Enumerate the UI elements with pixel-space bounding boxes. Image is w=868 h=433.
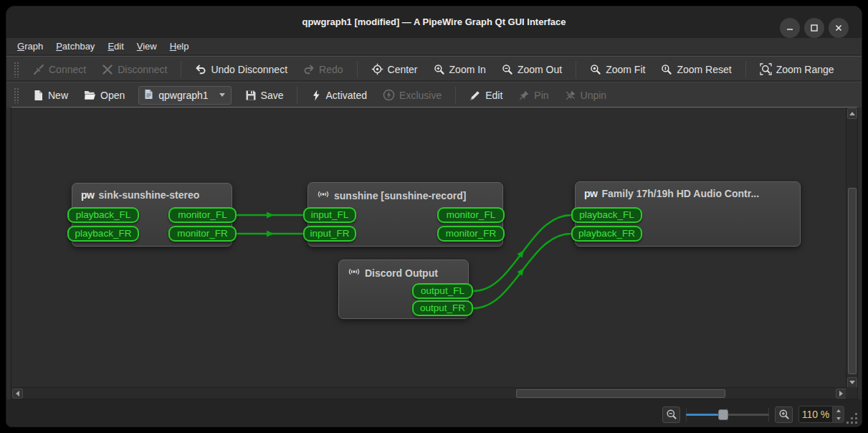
- port-input-fl[interactable]: input_FL: [303, 207, 356, 223]
- pipewire-icon: pw: [81, 189, 94, 201]
- toolbar-drag-handle[interactable]: [14, 87, 19, 103]
- zoom-slider-handle[interactable]: [718, 409, 728, 420]
- zoom-out-button[interactable]: Zoom Out: [495, 60, 568, 79]
- zoom-range-button[interactable]: Zoom Range: [753, 60, 841, 79]
- graph-toolbar: Connect Disconnect Undo Disconnect Redo …: [6, 56, 862, 82]
- zoom-reset-button[interactable]: Zoom Reset: [654, 60, 738, 79]
- zoom-out-icon: [502, 64, 513, 75]
- toolbar-separator: [297, 87, 297, 104]
- vertical-scrollbar-handle[interactable]: [848, 188, 857, 374]
- save-button[interactable]: Save: [239, 86, 290, 105]
- edit-button[interactable]: Edit: [463, 86, 509, 105]
- scroll-left-button[interactable]: [12, 389, 23, 399]
- connection-wires: [11, 108, 847, 389]
- zoom-range-icon: [760, 63, 772, 75]
- port-input-fr[interactable]: input_FR: [303, 226, 356, 242]
- spin-up-button[interactable]: [833, 406, 844, 414]
- arrow-left-icon: [16, 391, 19, 396]
- connect-button[interactable]: Connect: [27, 60, 92, 79]
- menu-graph[interactable]: Graph: [11, 39, 49, 54]
- save-icon: [245, 90, 257, 101]
- patchbay-session-value: qpwgraph1: [158, 90, 208, 101]
- arrow-up-icon: [849, 112, 855, 115]
- toolbar-drag-handle[interactable]: [14, 62, 19, 77]
- open-folder-icon: [84, 90, 96, 100]
- window-resize-grip[interactable]: [846, 412, 857, 424]
- port-playback-fl[interactable]: playback_FL: [571, 207, 642, 223]
- patchbay-session-combobox[interactable]: qpwgraph1: [138, 86, 231, 105]
- chevron-down-icon: [219, 93, 225, 97]
- pipewire-icon: pw: [584, 188, 597, 199]
- unpin-icon: [565, 90, 576, 101]
- activated-button[interactable]: Activated: [305, 86, 373, 105]
- horizontal-scrollbar-handle[interactable]: [516, 389, 725, 398]
- exclusive-button[interactable]: Exclusive: [376, 85, 448, 105]
- node-title: Family 17h/19h HD Audio Contr...: [601, 188, 759, 199]
- stream-icon: [317, 189, 330, 202]
- port-output-fr[interactable]: output_FR: [412, 300, 473, 316]
- port-monitor-fl[interactable]: monitor_FL: [168, 207, 237, 223]
- scroll-up-button[interactable]: [847, 108, 857, 119]
- window-title: qpwgraph1 [modified] — A PipeWire Graph …: [6, 16, 862, 27]
- zoom-in-button[interactable]: Zoom In: [427, 60, 492, 79]
- redo-icon: [303, 64, 315, 75]
- undo-disconnect-button[interactable]: Undo Disconnect: [189, 60, 294, 79]
- stream-icon: [348, 266, 361, 280]
- menu-help[interactable]: Help: [163, 39, 196, 54]
- undo-icon: [195, 64, 206, 75]
- titlebar[interactable]: qpwgraph1 [modified] — A PipeWire Graph …: [6, 6, 862, 38]
- graph-view-frame: pwsink-sunshine-stereo sunshine [sunshin…: [11, 107, 858, 399]
- toolbar-separator: [745, 61, 746, 78]
- arrow-down-icon: [836, 417, 841, 420]
- port-monitor-fr[interactable]: monitor_FR: [437, 226, 505, 242]
- zoom-slider-fill: [686, 414, 718, 416]
- spin-down-button[interactable]: [833, 414, 844, 422]
- arrow-down-icon: [849, 381, 855, 384]
- zoom-reset-icon: [661, 64, 672, 75]
- menu-view[interactable]: View: [130, 39, 163, 54]
- scrollbar-corner: [846, 387, 857, 399]
- zoom-out-icon: [666, 409, 677, 420]
- vertical-scrollbar[interactable]: [846, 108, 857, 389]
- scroll-right-button[interactable]: [836, 389, 846, 399]
- port-playback-fl[interactable]: playback_FL: [67, 207, 139, 223]
- graph-canvas[interactable]: pwsink-sunshine-stereo sunshine [sunshin…: [11, 108, 847, 389]
- zoom-fit-icon: [590, 64, 601, 75]
- zoom-percent-spinbox[interactable]: 110 %: [798, 406, 844, 423]
- redo-button[interactable]: Redo: [297, 60, 349, 79]
- arrow-up-icon: [836, 409, 841, 412]
- toolbar-separator: [357, 61, 358, 78]
- center-icon: [371, 63, 383, 75]
- open-button[interactable]: Open: [77, 86, 131, 105]
- arrow-right-icon: [839, 391, 843, 396]
- menubar: Graph Patchbay Edit View Help: [6, 38, 862, 55]
- port-monitor-fl[interactable]: monitor_FL: [437, 207, 505, 223]
- port-output-fl[interactable]: output_FL: [412, 283, 473, 299]
- zoom-slider[interactable]: [686, 406, 769, 423]
- scroll-down-button[interactable]: [847, 377, 857, 388]
- port-monitor-fr[interactable]: monitor_FR: [168, 226, 237, 242]
- port-playback-fr[interactable]: playback_FR: [67, 226, 139, 242]
- pin-button[interactable]: Pin: [512, 86, 555, 105]
- close-button[interactable]: [829, 18, 849, 38]
- unpin-button[interactable]: Unpin: [558, 86, 614, 105]
- horizontal-scrollbar[interactable]: [11, 387, 847, 399]
- minimize-button[interactable]: [780, 18, 800, 38]
- zoom-percent-value: 110 %: [799, 409, 832, 420]
- menu-patchbay[interactable]: Patchbay: [49, 39, 101, 54]
- new-button[interactable]: New: [27, 86, 75, 105]
- center-button[interactable]: Center: [365, 60, 424, 79]
- node-title: sink-sunshine-stereo: [98, 189, 199, 201]
- menu-edit[interactable]: Edit: [101, 39, 130, 54]
- zoom-in-icon: [434, 64, 445, 75]
- activated-bolt-icon: [311, 90, 321, 101]
- app-window: qpwgraph1 [modified] — A PipeWire Graph …: [6, 6, 862, 427]
- disconnect-button[interactable]: Disconnect: [95, 60, 173, 79]
- port-playback-fr[interactable]: playback_FR: [571, 226, 642, 242]
- zoom-in-status-button[interactable]: [775, 406, 793, 423]
- statusbar: 110 %: [6, 399, 862, 427]
- zoom-out-status-button[interactable]: [662, 406, 680, 423]
- toolbar-separator: [181, 61, 181, 78]
- zoom-fit-button[interactable]: Zoom Fit: [583, 60, 652, 79]
- maximize-button[interactable]: [804, 18, 824, 38]
